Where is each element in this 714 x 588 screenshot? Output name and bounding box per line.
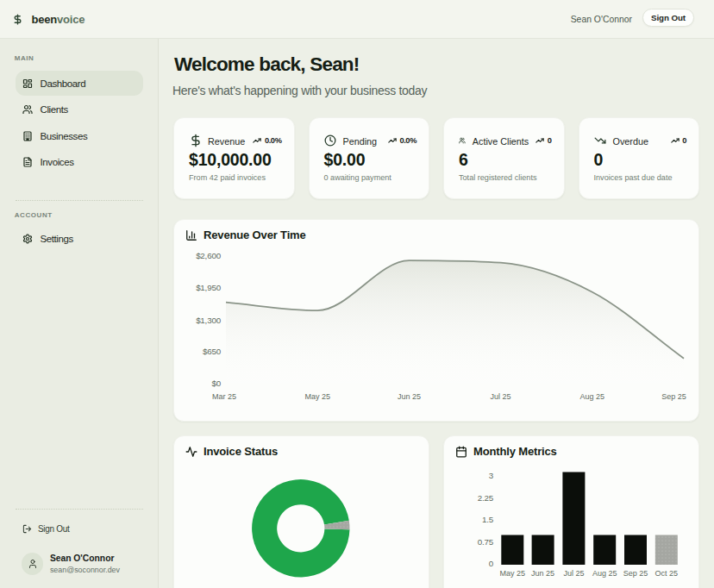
svg-text:3: 3 (489, 471, 494, 480)
svg-text:$1,950: $1,950 (196, 283, 222, 292)
svg-text:Aug 25: Aug 25 (592, 569, 617, 578)
svg-text:Oct 25: Oct 25 (655, 569, 679, 578)
svg-text:$0: $0 (211, 378, 221, 388)
svg-text:Jul 25: Jul 25 (491, 392, 511, 401)
svg-text:Jul 25: Jul 25 (563, 569, 584, 578)
svg-text:Jun 25: Jun 25 (398, 392, 421, 401)
svg-text:$2,600: $2,600 (196, 252, 222, 261)
svg-text:1.5: 1.5 (482, 515, 494, 524)
svg-text:May 25: May 25 (500, 569, 526, 578)
svg-text:Jun 25: Jun 25 (531, 569, 554, 578)
svg-text:Mar 25: Mar 25 (212, 392, 236, 401)
svg-text:0: 0 (489, 559, 494, 568)
svg-text:Sep 25: Sep 25 (623, 569, 648, 578)
svg-text:Aug 25: Aug 25 (580, 392, 605, 401)
svg-text:0.75: 0.75 (478, 537, 494, 547)
svg-text:$1,300: $1,300 (196, 316, 222, 325)
svg-text:2.25: 2.25 (478, 493, 494, 503)
svg-text:$650: $650 (203, 347, 222, 357)
svg-text:Sep 25: Sep 25 (661, 392, 686, 401)
svg-text:May 25: May 25 (304, 392, 330, 401)
